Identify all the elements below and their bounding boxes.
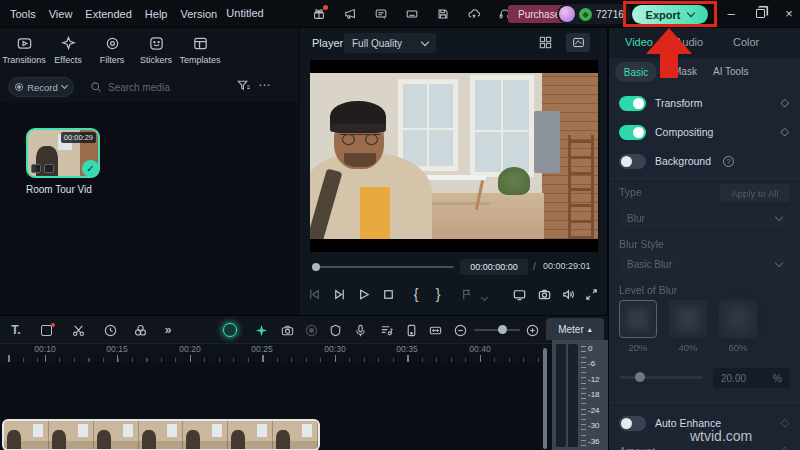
transform-toggle[interactable]: [619, 96, 646, 111]
fullscreen-icon[interactable]: [583, 286, 599, 302]
subtab-basic[interactable]: Basic: [615, 62, 657, 82]
color-wheel-icon[interactable]: [132, 322, 148, 338]
avatar[interactable]: [559, 6, 575, 22]
media-item-thumbnail[interactable]: 00:00:29 ✓: [26, 128, 100, 178]
more-options-icon[interactable]: …: [258, 74, 272, 89]
chevron-down-icon: [775, 212, 783, 220]
play-icon[interactable]: [355, 286, 371, 302]
tab-audio[interactable]: Audio: [675, 36, 703, 48]
split-icon[interactable]: [70, 322, 86, 338]
audio-list-icon[interactable]: [378, 322, 394, 338]
crop-frame-icon[interactable]: [38, 322, 54, 338]
timeline-tracks[interactable]: [0, 362, 544, 450]
apply-to-all-button[interactable]: Apply to All: [720, 184, 790, 202]
keyframe-diamond-icon[interactable]: ◇: [781, 96, 789, 109]
keyframe-diamond-icon[interactable]: ◇: [781, 416, 789, 429]
previous-frame-icon[interactable]: [306, 286, 322, 302]
minimize-button[interactable]: –: [720, 0, 742, 26]
volume-icon[interactable]: [560, 286, 576, 302]
seek-slider[interactable]: [314, 266, 454, 268]
ruler-ticks: [0, 355, 544, 362]
quality-dropdown[interactable]: Full Quality: [344, 33, 436, 53]
seek-handle[interactable]: [312, 263, 320, 271]
more-tools-icon[interactable]: »: [160, 322, 176, 338]
tab-effects[interactable]: Effects: [46, 28, 90, 72]
feedback-icon[interactable]: [373, 7, 388, 22]
device-preview-icon[interactable]: [403, 322, 419, 338]
blur-preset-40[interactable]: [669, 300, 707, 338]
text-tool-icon[interactable]: T.: [8, 322, 24, 338]
subtab-mask[interactable]: Mask: [673, 66, 697, 77]
keyframe-diamond-icon[interactable]: ◇: [781, 444, 789, 450]
type-dropdown[interactable]: Blur: [619, 208, 790, 228]
speed-icon[interactable]: [102, 322, 118, 338]
tab-color[interactable]: Color: [733, 36, 759, 48]
record-screen-icon[interactable]: [303, 322, 319, 338]
topbar: Tools View Extended Help Version Untitle…: [0, 0, 800, 28]
save-icon[interactable]: [435, 7, 450, 22]
timeline-ruler[interactable]: 00:10 00:15 00:20 00:25 00:30 00:35 00:4…: [0, 344, 544, 362]
menu-version[interactable]: Version: [180, 8, 217, 20]
export-button[interactable]: Export: [632, 5, 708, 24]
chevron-down-icon[interactable]: [476, 291, 492, 307]
video-clip[interactable]: [2, 419, 320, 450]
tab-filters[interactable]: Filters: [90, 28, 134, 72]
keyframe-diamond-icon[interactable]: ◇: [781, 125, 789, 138]
record-button[interactable]: Record: [8, 77, 74, 97]
menu-tools[interactable]: Tools: [10, 8, 36, 20]
blur-style-dropdown[interactable]: Basic Blur: [619, 254, 790, 274]
timeline-zoom-slider[interactable]: [474, 329, 520, 331]
blur-level-value-box[interactable]: 20.00 %: [713, 368, 790, 388]
scopes-icon[interactable]: [566, 33, 590, 52]
next-frame-icon[interactable]: [331, 286, 347, 302]
meter-button[interactable]: Meter ▴: [546, 318, 604, 340]
zoom-in-icon[interactable]: [524, 322, 540, 338]
timeline-zoom-handle[interactable]: [498, 325, 507, 334]
tab-transitions[interactable]: Transitions: [2, 28, 46, 72]
stop-icon[interactable]: [380, 286, 396, 302]
tab-video[interactable]: Video: [625, 36, 653, 48]
blur-level-slider[interactable]: [619, 376, 703, 379]
tab-templates[interactable]: Templates: [178, 28, 222, 72]
meter-ticks: [581, 346, 586, 446]
voiceover-mic-icon[interactable]: [352, 322, 368, 338]
restore-button[interactable]: [749, 0, 771, 26]
account-coins[interactable]: ◆ 72716: [557, 4, 632, 24]
snapshot-icon[interactable]: [279, 322, 295, 338]
menu-extended[interactable]: Extended: [85, 8, 131, 20]
info-icon[interactable]: ?: [723, 156, 734, 167]
media-badge-icon: [44, 164, 54, 173]
gift-icon[interactable]: [311, 7, 326, 22]
mark-in-icon[interactable]: {: [411, 286, 421, 302]
zoom-out-icon[interactable]: [452, 322, 468, 338]
ai-sparkle-icon[interactable]: [253, 322, 269, 338]
snapshot-camera-icon[interactable]: [536, 286, 552, 302]
ai-copilot-icon[interactable]: [222, 322, 238, 338]
blur-preset-20[interactable]: [619, 300, 657, 338]
video-preview[interactable]: [310, 60, 598, 252]
blur-preset-60[interactable]: [719, 300, 757, 338]
fit-timeline-icon[interactable]: [427, 322, 443, 338]
menu-help[interactable]: Help: [145, 8, 168, 20]
mark-out-icon[interactable]: }: [433, 286, 443, 302]
display-device-icon[interactable]: [511, 286, 527, 302]
megaphone-icon[interactable]: [342, 7, 357, 22]
close-button[interactable]: ×: [778, 0, 800, 26]
keyboard-icon[interactable]: [404, 7, 419, 22]
search-input[interactable]: [108, 82, 218, 93]
tab-stickers[interactable]: Stickers: [134, 28, 178, 72]
auto-enhance-toggle[interactable]: [619, 416, 646, 431]
marker-shield-icon[interactable]: [327, 322, 343, 338]
menu-view[interactable]: View: [49, 8, 73, 20]
background-toggle[interactable]: [619, 154, 646, 169]
subtab-ai-tools[interactable]: AI Tools: [713, 66, 748, 77]
current-timecode[interactable]: 00:00:00:00: [460, 259, 528, 275]
filter-icon[interactable]: [236, 78, 251, 93]
layout-grid-icon[interactable]: [538, 35, 553, 50]
window: [470, 75, 534, 177]
blur-level-handle[interactable]: [635, 372, 645, 382]
compositing-toggle[interactable]: [619, 125, 646, 140]
cloud-upload-icon[interactable]: [466, 7, 481, 22]
marker-icon[interactable]: [458, 286, 474, 302]
divider: [609, 402, 800, 403]
